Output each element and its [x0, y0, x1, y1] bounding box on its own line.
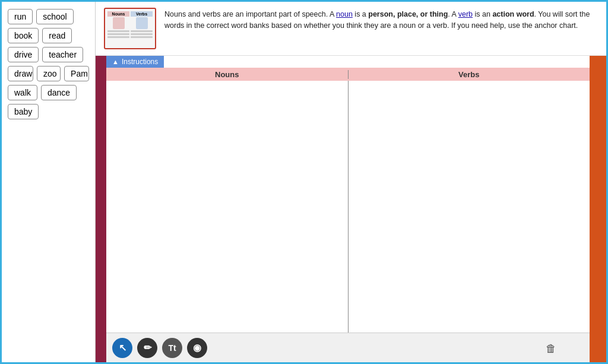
- anchor-noun-lines: [107, 30, 129, 38]
- anchor-noun-col: Nouns: [107, 11, 129, 46]
- sort-header-verbs: Verbs: [349, 70, 590, 79]
- word-chip-draw[interactable]: draw: [8, 66, 33, 81]
- verb-definition: action word: [492, 10, 534, 18]
- anchor-line: [131, 36, 153, 38]
- anchor-chart-inner: Nouns Verbs: [105, 9, 155, 48]
- main-area: Nouns Verbs: [96, 2, 606, 362]
- sort-body: [106, 81, 590, 333]
- word-row-3: drive teacher: [8, 47, 89, 62]
- word-chip-baby[interactable]: baby: [8, 104, 39, 119]
- verb-link[interactable]: verb: [458, 10, 473, 18]
- right-stripe: [590, 56, 606, 362]
- word-row-1: run school: [8, 9, 89, 24]
- center-content: ▲ Instructions Nouns Verbs ↖: [106, 56, 590, 362]
- left-stripe: [96, 56, 106, 362]
- main-inner: ▲ Instructions Nouns Verbs ↖: [96, 56, 606, 362]
- word-chip-read[interactable]: read: [42, 28, 72, 43]
- word-chip-dance[interactable]: dance: [41, 85, 77, 100]
- anchor-noun-title: Nouns: [107, 11, 129, 17]
- word-chip-drive[interactable]: drive: [8, 47, 39, 62]
- word-chip-run[interactable]: run: [8, 9, 33, 24]
- shape-tool-button[interactable]: ◉: [187, 338, 207, 358]
- nouns-drop-zone[interactable]: [106, 81, 349, 333]
- anchor-verb-col: Verbs: [131, 11, 153, 46]
- text-icon: Tt: [168, 343, 176, 353]
- anchor-line: [107, 33, 129, 35]
- text-tool-button[interactable]: Tt: [162, 338, 182, 358]
- anchor-verb-lines: [131, 30, 153, 38]
- verbs-drop-zone[interactable]: [349, 81, 590, 333]
- app-wrapper: run school book read drive teacher draw …: [2, 2, 606, 362]
- anchor-line: [107, 36, 129, 38]
- anchor-noun-icon: [113, 17, 125, 29]
- pencil-icon: ✏: [144, 342, 151, 353]
- cursor-tool-button[interactable]: ↖: [112, 338, 132, 358]
- noun-link[interactable]: noun: [336, 10, 353, 18]
- word-row-2: book read: [8, 28, 89, 43]
- sort-header-row: Nouns Verbs: [106, 68, 590, 81]
- pencil-tool-button[interactable]: ✏: [137, 338, 157, 358]
- cursor-icon: ↖: [119, 342, 126, 353]
- instructions-toggle-bar[interactable]: ▲ Instructions: [106, 56, 164, 68]
- word-chip-pam[interactable]: Pam: [64, 66, 89, 81]
- instruction-panel: Nouns Verbs: [96, 2, 606, 56]
- word-chip-teacher[interactable]: teacher: [42, 47, 83, 62]
- word-chip-zoo[interactable]: zoo: [37, 66, 61, 81]
- shape-icon: ◉: [193, 342, 201, 353]
- trash-button[interactable]: 🗑: [542, 340, 560, 357]
- anchor-verb-icon: [136, 17, 148, 29]
- anchor-line: [131, 33, 153, 35]
- word-row-6: baby: [8, 104, 89, 119]
- anchor-chart-thumbnail[interactable]: Nouns Verbs: [104, 8, 156, 49]
- noun-definition: person, place, or thing: [368, 10, 448, 18]
- bottom-toolbar: ↖ ✏ Tt ◉ 🗑: [106, 333, 590, 362]
- arrow-up-icon: ▲: [112, 58, 119, 65]
- anchor-line: [107, 30, 129, 32]
- anchor-line: [131, 30, 153, 32]
- instructions-toggle-label: Instructions: [122, 58, 158, 66]
- word-row-4: draw zoo Pam: [8, 66, 89, 81]
- word-chip-walk[interactable]: walk: [8, 85, 37, 100]
- sort-header-nouns: Nouns: [106, 70, 349, 79]
- instruction-text: Nouns and verbs are an important part of…: [164, 8, 598, 31]
- word-chip-school[interactable]: school: [36, 9, 73, 24]
- word-chip-book[interactable]: book: [8, 28, 39, 43]
- word-row-5: walk dance: [8, 85, 89, 100]
- trash-icon: 🗑: [546, 343, 556, 355]
- word-bank: run school book read drive teacher draw …: [2, 2, 96, 362]
- anchor-verb-title: Verbs: [131, 11, 153, 17]
